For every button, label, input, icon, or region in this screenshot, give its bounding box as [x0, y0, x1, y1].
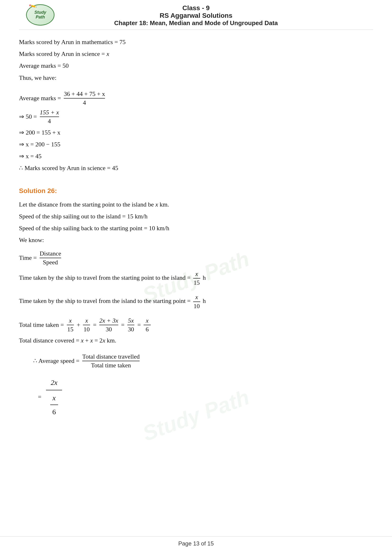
- time-formula-line: Time = Distance Speed: [19, 250, 373, 266]
- sol26-line3: Speed of the ship sailing back to the st…: [19, 223, 373, 234]
- time-back-fraction: x 10: [193, 293, 200, 310]
- total-distance-line: Total distance covered = x + x = 2x km.: [19, 335, 373, 346]
- avg-speed-nested-fraction: 2x x 6: [45, 376, 63, 418]
- avg-speed-block: ∴ Average speed = Total distance travell…: [33, 353, 373, 418]
- average-marks-line: Average marks = 50: [19, 61, 373, 71]
- total-time-frac4: 5x 30: [127, 317, 134, 333]
- implies-3-line: ⇒ x = 200 − 155: [19, 139, 373, 150]
- time-fraction: Distance Speed: [40, 250, 61, 266]
- marks-science-line: Marks scored by Arun in science = x: [19, 49, 373, 59]
- sol26-line1: Let the distance from the starting point…: [19, 200, 373, 210]
- total-time-line: Total time taken = x 15 + x 10 = 2x + 3x…: [19, 317, 373, 333]
- header-chapter: Chapter 18: Mean, Median and Mode of Ung…: [19, 19, 373, 27]
- header-book: RS Aggarwal Solutions: [19, 12, 373, 19]
- implies-1-line: ⇒ 50 = 155 + x 4: [19, 109, 373, 125]
- avg-speed-result-line: = 2x x 6: [38, 376, 373, 418]
- avg-speed-fraction: Total distance travelled Total time take…: [82, 353, 140, 369]
- logo-study-text: Study: [34, 10, 46, 15]
- avg-speed-label-line: ∴ Average speed = Total distance travell…: [33, 353, 373, 369]
- total-time-frac2: x 10: [83, 317, 90, 333]
- marks-math-line: Marks scored by Arun in mathematics = 75: [19, 37, 373, 47]
- header-class: Class - 9: [19, 4, 373, 12]
- total-time-frac1: x 15: [67, 317, 74, 333]
- logo: ✏️ Study Path: [21, 2, 59, 28]
- avg-fraction: 36 + 44 + 75 + x 4: [64, 90, 105, 106]
- solution-26-header: Solution 26:: [19, 185, 373, 197]
- main-content: Marks scored by Arun in mathematics = 75…: [19, 30, 373, 418]
- total-time-frac3: 2x + 3x 30: [99, 317, 118, 333]
- implies1-fraction: 155 + x 4: [40, 109, 59, 125]
- implies-2-line: ⇒ 200 = 155 + x: [19, 127, 373, 138]
- time-back-line: Time taken by the ship to travel from th…: [19, 293, 373, 310]
- total-time-frac5: x 6: [144, 317, 151, 333]
- page-number: Page 13 of 15: [178, 540, 214, 547]
- avg-marks-fraction-line: Average marks = 36 + 44 + 75 + x 4: [19, 90, 373, 106]
- thus-we-have-line: Thus, we have:: [19, 73, 373, 83]
- therefore-1-line: ∴ Marks scored by Arun in science = 45: [19, 163, 373, 173]
- logo-circle: ✏️ Study Path: [26, 4, 55, 26]
- time-to-island-line: Time taken by the ship to travel from th…: [19, 270, 373, 286]
- page-footer: Page 13 of 15: [0, 536, 392, 547]
- pencil-icon: ✏️: [28, 2, 37, 10]
- logo-path-text: Path: [35, 15, 45, 20]
- page-header: ✏️ Study Path Class - 9 RS Aggarwal Solu…: [19, 0, 373, 30]
- time-island-fraction: x 15: [193, 270, 200, 286]
- implies-4-line: ⇒ x = 45: [19, 151, 373, 161]
- sol26-line4: We know:: [19, 235, 373, 245]
- sol26-line2: Speed of the ship sailing out to the isl…: [19, 211, 373, 222]
